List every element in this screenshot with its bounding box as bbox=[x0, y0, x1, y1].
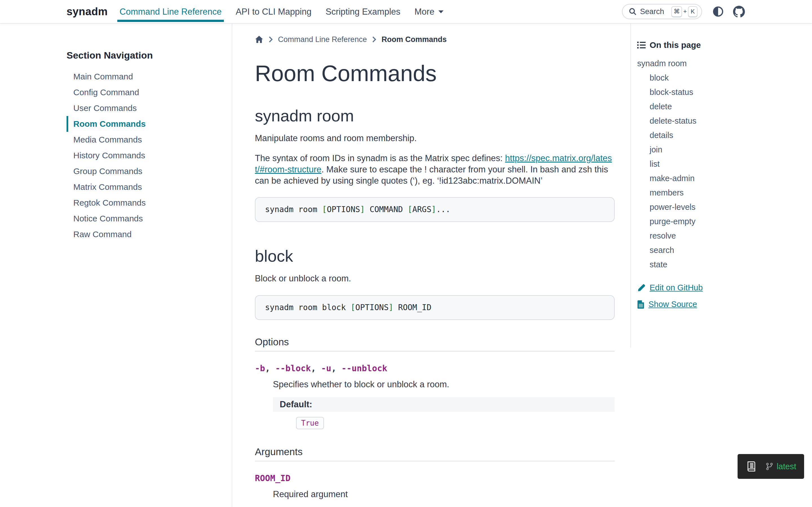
section-navigation-sidebar: Section Navigation Main Command Config C… bbox=[0, 24, 232, 507]
synadm-room-description: The syntax of room IDs in synadm is as t… bbox=[255, 153, 615, 186]
sidebar-nav-item-label: Notice Commands bbox=[73, 214, 143, 223]
sidebar-nav-item[interactable]: Config Command bbox=[66, 84, 220, 100]
navbar-link[interactable]: Scripting Examples bbox=[323, 0, 403, 24]
k-key: K bbox=[688, 6, 698, 17]
toc-list: synadm room block block-status delete de… bbox=[637, 56, 806, 272]
sidebar-nav-item-label: User Commands bbox=[73, 103, 137, 113]
navbar-link-label: Command Line Reference bbox=[119, 7, 221, 17]
breadcrumb-chevron-icon bbox=[268, 36, 273, 43]
default-value-badge: True bbox=[296, 417, 324, 429]
toc-item-label: resolve bbox=[650, 231, 676, 240]
toc-item-label: details bbox=[650, 131, 673, 140]
sidebar-nav-item[interactable]: User Commands bbox=[66, 100, 220, 116]
sidebar-nav-item-label: Matrix Commands bbox=[73, 182, 142, 191]
arguments-rubric: Arguments bbox=[255, 446, 615, 461]
breadcrumb-chevron-icon bbox=[372, 36, 376, 43]
toc-item-label: synadm room bbox=[637, 59, 687, 68]
toc-item-label: delete-status bbox=[650, 116, 696, 125]
sidebar-nav-item[interactable]: Main Command bbox=[66, 69, 220, 84]
sidebar-nav-item-label: Main Command bbox=[73, 72, 133, 81]
sidebar-nav-list: Main Command Config Command User Command… bbox=[66, 69, 220, 242]
toc-item[interactable]: power-levels bbox=[637, 200, 806, 214]
readthedocs-version-flyout[interactable]: latest bbox=[738, 454, 804, 479]
sidebar-nav-item[interactable]: Notice Commands bbox=[66, 211, 220, 226]
breadcrumb-parent-link[interactable]: Command Line Reference bbox=[278, 35, 367, 44]
theme-toggle-button[interactable] bbox=[713, 6, 723, 17]
toc-item-label: join bbox=[650, 145, 662, 154]
edit-on-github-link[interactable]: Edit on GitHub bbox=[650, 283, 703, 292]
search-shortcut: ⌘ + K bbox=[671, 6, 698, 17]
sidebar-nav-item-label: Raw Command bbox=[73, 230, 132, 239]
page-title: Room Commands bbox=[255, 61, 615, 86]
toc-item[interactable]: members bbox=[637, 186, 806, 200]
syntax-text-before: The syntax of room IDs in synadm is as t… bbox=[255, 153, 505, 163]
usage-code-block-block: synadm room block [OPTIONS] ROOM_ID bbox=[255, 295, 615, 320]
block-summary: Block or unblock a room. bbox=[255, 273, 615, 284]
sidebar-nav-item-label: Config Command bbox=[73, 88, 139, 97]
version-label: latest bbox=[777, 462, 796, 471]
main-content: Command Line Reference Room Commands Roo… bbox=[232, 24, 630, 507]
sidebar-nav-item[interactable]: Regtok Commands bbox=[66, 195, 220, 211]
breadcrumb-current: Room Commands bbox=[382, 35, 447, 44]
options-rubric: Options bbox=[255, 336, 615, 351]
synadm-room-summary: Manipulate rooms and room membership. bbox=[255, 132, 615, 144]
cmd-key: ⌘ bbox=[671, 6, 682, 17]
toc-item[interactable]: delete bbox=[637, 100, 806, 114]
section-heading-block: block bbox=[255, 247, 615, 265]
sidebar-nav-item[interactable]: Room Commands bbox=[66, 116, 220, 132]
toc-item-label: block bbox=[650, 73, 669, 82]
toc-item-label: list bbox=[650, 159, 659, 168]
sidebar-nav-item-label: Media Commands bbox=[73, 135, 142, 144]
toc-item-label: block-status bbox=[650, 88, 693, 97]
toc-item[interactable]: delete-status bbox=[637, 114, 806, 128]
search-button[interactable]: Search ⌘ + K bbox=[622, 4, 702, 19]
edit-on-github-action[interactable]: Edit on GitHub bbox=[637, 283, 806, 292]
navbar-link[interactable]: API to CLI Mapping bbox=[234, 0, 314, 24]
toc-item[interactable]: state bbox=[637, 258, 806, 272]
chevron-down-icon bbox=[439, 10, 444, 13]
sidebar-nav-item[interactable]: History Commands bbox=[66, 148, 220, 163]
home-icon[interactable] bbox=[255, 35, 263, 44]
toc-item[interactable]: resolve bbox=[637, 229, 806, 243]
default-field-label: Default: bbox=[273, 397, 615, 412]
navbar-link-label: More bbox=[414, 7, 435, 17]
search-icon bbox=[629, 8, 637, 15]
toc-item[interactable]: purge-empty bbox=[637, 214, 806, 229]
toc-item[interactable]: block bbox=[637, 71, 806, 85]
navbar-link[interactable]: More bbox=[412, 0, 446, 24]
sidebar-nav-item-label: Regtok Commands bbox=[73, 198, 146, 207]
toc-item[interactable]: details bbox=[637, 128, 806, 143]
toc-item[interactable]: block-status bbox=[637, 85, 806, 100]
github-icon bbox=[733, 6, 745, 17]
toc-item-label: members bbox=[650, 188, 684, 197]
book-icon bbox=[746, 460, 757, 473]
argument-signature: ROOM_ID bbox=[255, 473, 615, 484]
show-source-action[interactable]: Show Source bbox=[637, 300, 806, 309]
sidebar-nav-item[interactable]: Matrix Commands bbox=[66, 179, 220, 195]
sidebar-nav-item-label: History Commands bbox=[73, 151, 145, 160]
toc-item[interactable]: synadm room bbox=[637, 56, 806, 71]
github-button[interactable] bbox=[733, 6, 745, 17]
sidebar-nav-item-label: Room Commands bbox=[73, 119, 146, 128]
toc-item[interactable]: make-admin bbox=[637, 171, 806, 186]
toc-item-label: search bbox=[650, 245, 674, 255]
toc-item-label: make-admin bbox=[650, 174, 695, 183]
toc-item[interactable]: join bbox=[637, 143, 806, 157]
toc-item[interactable]: search bbox=[637, 243, 806, 258]
toc-actions: Edit on GitHub Show Source bbox=[637, 283, 806, 309]
sidebar-nav-item[interactable]: Group Commands bbox=[66, 163, 220, 179]
document-icon bbox=[637, 300, 645, 309]
sidebar-nav-item-label: Group Commands bbox=[73, 166, 142, 176]
list-icon bbox=[637, 41, 646, 49]
site-logo[interactable]: synadm bbox=[66, 6, 108, 18]
option-signature: -b, --block, -u, --unblock bbox=[255, 363, 615, 374]
default-field: Default: True bbox=[273, 397, 615, 429]
on-this-page-sidebar: On this page synadm room block block-sta… bbox=[630, 24, 812, 348]
navbar-link[interactable]: Command Line Reference bbox=[117, 0, 224, 24]
toc-item[interactable]: list bbox=[637, 157, 806, 171]
git-branch-icon bbox=[765, 462, 773, 470]
sidebar-nav-item[interactable]: Media Commands bbox=[66, 132, 220, 148]
show-source-link[interactable]: Show Source bbox=[649, 300, 697, 309]
pencil-icon bbox=[637, 284, 646, 292]
sidebar-nav-item[interactable]: Raw Command bbox=[66, 226, 220, 242]
